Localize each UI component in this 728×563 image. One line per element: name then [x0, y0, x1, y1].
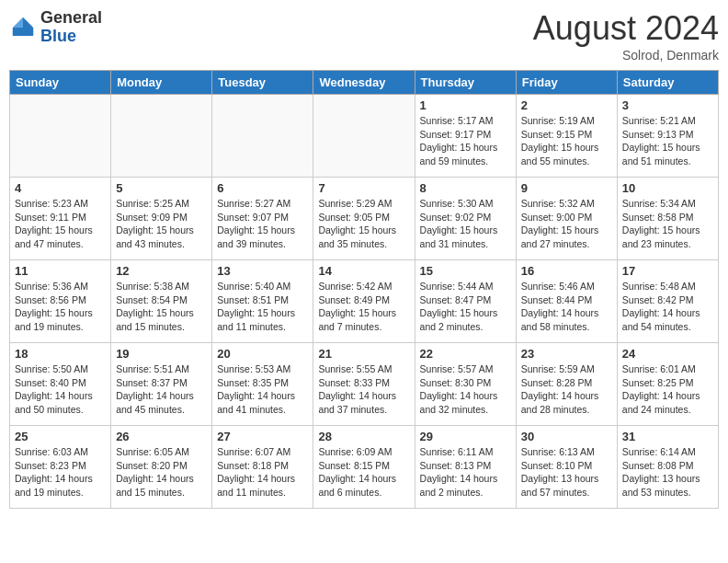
calendar-cell: 2Sunrise: 5:19 AM Sunset: 9:15 PM Daylig…: [516, 95, 617, 178]
day-number: 24: [622, 347, 713, 361]
day-info: Sunrise: 5:42 AM Sunset: 8:49 PM Dayligh…: [318, 280, 409, 334]
day-number: 20: [217, 347, 308, 361]
calendar-cell: [111, 95, 212, 178]
day-info: Sunrise: 5:40 AM Sunset: 8:51 PM Dayligh…: [217, 280, 308, 334]
day-info: Sunrise: 5:50 AM Sunset: 8:40 PM Dayligh…: [15, 362, 106, 417]
header-day-saturday: Saturday: [617, 71, 718, 95]
day-number: 31: [622, 430, 713, 443]
week-row-1: 4Sunrise: 5:23 AM Sunset: 9:11 PM Daylig…: [10, 178, 719, 260]
calendar-cell: 6Sunrise: 5:27 AM Sunset: 9:07 PM Daylig…: [212, 178, 313, 260]
title-area: August 2024 Solrod, Denmark: [533, 9, 719, 63]
week-row-3: 18Sunrise: 5:50 AM Sunset: 8:40 PM Dayli…: [10, 343, 719, 426]
day-info: Sunrise: 6:05 AM Sunset: 8:20 PM Dayligh…: [116, 445, 207, 500]
subtitle: Solrod, Denmark: [533, 48, 719, 63]
calendar-body: 1Sunrise: 5:17 AM Sunset: 9:17 PM Daylig…: [10, 95, 719, 509]
logo: General Blue: [9, 9, 102, 46]
calendar-cell: 26Sunrise: 6:05 AM Sunset: 8:20 PM Dayli…: [111, 426, 212, 509]
calendar-header: SundayMondayTuesdayWednesdayThursdayFrid…: [10, 71, 719, 95]
calendar-table: SundayMondayTuesdayWednesdayThursdayFrid…: [9, 70, 719, 509]
day-info: Sunrise: 5:30 AM Sunset: 9:02 PM Dayligh…: [420, 197, 511, 251]
header-row: SundayMondayTuesdayWednesdayThursdayFrid…: [10, 71, 719, 95]
day-info: Sunrise: 5:19 AM Sunset: 9:15 PM Dayligh…: [521, 114, 612, 168]
calendar-cell: 9Sunrise: 5:32 AM Sunset: 9:00 PM Daylig…: [516, 178, 617, 260]
day-info: Sunrise: 5:34 AM Sunset: 8:58 PM Dayligh…: [622, 197, 713, 251]
calendar-cell: 10Sunrise: 5:34 AM Sunset: 8:58 PM Dayli…: [617, 178, 718, 260]
day-info: Sunrise: 5:55 AM Sunset: 8:33 PM Dayligh…: [318, 362, 409, 417]
calendar-cell: 8Sunrise: 5:30 AM Sunset: 9:02 PM Daylig…: [415, 178, 516, 260]
svg-marker-1: [13, 17, 23, 28]
day-info: Sunrise: 5:59 AM Sunset: 8:28 PM Dayligh…: [521, 362, 612, 417]
day-info: Sunrise: 6:11 AM Sunset: 8:13 PM Dayligh…: [420, 445, 511, 500]
day-number: 2: [521, 98, 612, 112]
calendar-cell: 30Sunrise: 6:13 AM Sunset: 8:10 PM Dayli…: [516, 426, 617, 509]
day-info: Sunrise: 6:14 AM Sunset: 8:08 PM Dayligh…: [622, 445, 713, 500]
day-info: Sunrise: 5:32 AM Sunset: 9:00 PM Dayligh…: [521, 197, 612, 251]
calendar-cell: 14Sunrise: 5:42 AM Sunset: 8:49 PM Dayli…: [313, 260, 415, 343]
day-info: Sunrise: 5:27 AM Sunset: 9:07 PM Dayligh…: [217, 197, 308, 251]
day-number: 6: [217, 181, 308, 195]
day-number: 9: [521, 181, 612, 195]
calendar-cell: 15Sunrise: 5:44 AM Sunset: 8:47 PM Dayli…: [415, 260, 516, 343]
calendar-cell: 4Sunrise: 5:23 AM Sunset: 9:11 PM Daylig…: [10, 178, 111, 260]
calendar-cell: 31Sunrise: 6:14 AM Sunset: 8:08 PM Dayli…: [617, 426, 718, 509]
logo-text: General Blue: [40, 9, 102, 46]
calendar-cell: 28Sunrise: 6:09 AM Sunset: 8:15 PM Dayli…: [313, 426, 415, 509]
day-number: 17: [622, 264, 713, 278]
day-info: Sunrise: 6:01 AM Sunset: 8:25 PM Dayligh…: [622, 362, 713, 417]
day-number: 13: [217, 264, 308, 278]
calendar-cell: 25Sunrise: 6:03 AM Sunset: 8:23 PM Dayli…: [10, 426, 111, 509]
day-number: 12: [116, 264, 207, 278]
day-number: 29: [420, 430, 511, 443]
day-info: Sunrise: 6:09 AM Sunset: 8:15 PM Dayligh…: [318, 445, 409, 500]
calendar-cell: [212, 95, 313, 178]
day-info: Sunrise: 5:36 AM Sunset: 8:56 PM Dayligh…: [15, 280, 106, 334]
svg-rect-2: [13, 28, 34, 36]
calendar-cell: 23Sunrise: 5:59 AM Sunset: 8:28 PM Dayli…: [516, 343, 617, 426]
day-number: 5: [116, 181, 207, 195]
calendar-cell: 5Sunrise: 5:25 AM Sunset: 9:09 PM Daylig…: [111, 178, 212, 260]
day-number: 1: [420, 98, 511, 112]
day-info: Sunrise: 5:51 AM Sunset: 8:37 PM Dayligh…: [116, 362, 207, 417]
calendar-cell: 18Sunrise: 5:50 AM Sunset: 8:40 PM Dayli…: [10, 343, 111, 426]
day-number: 22: [420, 347, 511, 361]
svg-marker-0: [23, 17, 33, 28]
day-number: 11: [15, 264, 106, 278]
day-number: 23: [521, 347, 612, 361]
day-info: Sunrise: 5:44 AM Sunset: 8:47 PM Dayligh…: [420, 280, 511, 334]
calendar-cell: [10, 95, 111, 178]
day-number: 15: [420, 264, 511, 278]
logo-blue: Blue: [40, 28, 102, 46]
logo-general: General: [40, 9, 102, 28]
day-info: Sunrise: 5:29 AM Sunset: 9:05 PM Dayligh…: [318, 197, 409, 251]
day-info: Sunrise: 5:38 AM Sunset: 8:54 PM Dayligh…: [116, 280, 207, 334]
day-info: Sunrise: 5:46 AM Sunset: 8:44 PM Dayligh…: [521, 280, 612, 334]
day-number: 16: [521, 264, 612, 278]
header-day-tuesday: Tuesday: [212, 71, 313, 95]
day-info: Sunrise: 5:21 AM Sunset: 9:13 PM Dayligh…: [622, 114, 713, 168]
day-info: Sunrise: 5:53 AM Sunset: 8:35 PM Dayligh…: [217, 362, 308, 417]
calendar-cell: 29Sunrise: 6:11 AM Sunset: 8:13 PM Dayli…: [415, 426, 516, 509]
month-title: August 2024: [533, 9, 719, 48]
day-number: 25: [15, 430, 106, 443]
calendar-cell: 21Sunrise: 5:55 AM Sunset: 8:33 PM Dayli…: [313, 343, 415, 426]
header-day-thursday: Thursday: [415, 71, 516, 95]
day-info: Sunrise: 6:03 AM Sunset: 8:23 PM Dayligh…: [15, 445, 106, 500]
calendar-cell: 19Sunrise: 5:51 AM Sunset: 8:37 PM Dayli…: [111, 343, 212, 426]
calendar-cell: 17Sunrise: 5:48 AM Sunset: 8:42 PM Dayli…: [617, 260, 718, 343]
day-info: Sunrise: 6:13 AM Sunset: 8:10 PM Dayligh…: [521, 445, 612, 500]
day-number: 7: [318, 181, 409, 195]
day-number: 27: [217, 430, 308, 443]
calendar-cell: 16Sunrise: 5:46 AM Sunset: 8:44 PM Dayli…: [516, 260, 617, 343]
day-info: Sunrise: 5:57 AM Sunset: 8:30 PM Dayligh…: [420, 362, 511, 417]
day-number: 10: [622, 181, 713, 195]
day-number: 21: [318, 347, 409, 361]
day-number: 28: [318, 430, 409, 443]
day-number: 18: [15, 347, 106, 361]
calendar-cell: 1Sunrise: 5:17 AM Sunset: 9:17 PM Daylig…: [415, 95, 516, 178]
calendar-cell: [313, 95, 415, 178]
day-info: Sunrise: 5:25 AM Sunset: 9:09 PM Dayligh…: [116, 197, 207, 251]
day-number: 4: [15, 181, 106, 195]
day-number: 19: [116, 347, 207, 361]
calendar-cell: 20Sunrise: 5:53 AM Sunset: 8:35 PM Dayli…: [212, 343, 313, 426]
header-day-monday: Monday: [111, 71, 212, 95]
